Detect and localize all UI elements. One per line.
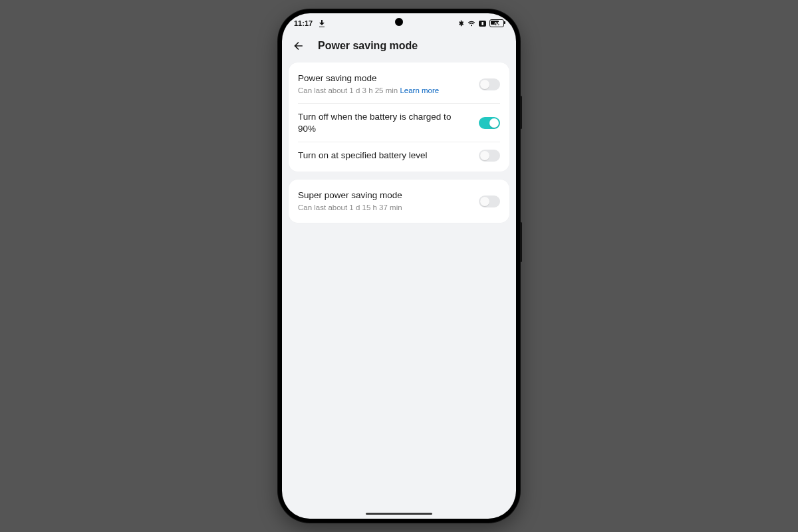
row-label: Super power saving mode bbox=[298, 190, 469, 201]
row-subtext: Can last about 1 d 3 h 25 min Learn more bbox=[298, 86, 469, 96]
battery-percent: 64 bbox=[490, 21, 503, 26]
toggle-turn-on-at-level[interactable] bbox=[479, 150, 500, 162]
row-power-saving-mode[interactable]: Power saving mode Can last about 1 d 3 h… bbox=[298, 65, 500, 103]
toggle-power-saving-mode[interactable] bbox=[479, 78, 500, 90]
cellular-icon: ▮ bbox=[479, 21, 486, 27]
page-title: Power saving mode bbox=[318, 40, 418, 52]
arrow-left-icon bbox=[292, 39, 305, 53]
card-super-power-saving: Super power saving mode Can last about 1… bbox=[289, 180, 509, 223]
row-label: Power saving mode bbox=[298, 72, 469, 84]
row-subtext: Can last about 1 d 15 h 37 min bbox=[298, 203, 469, 213]
card-power-saving: Power saving mode Can last about 1 d 3 h… bbox=[289, 63, 509, 172]
row-turn-off-at-90[interactable]: Turn off when the battery is charged to … bbox=[298, 103, 500, 142]
status-time: 11:17 bbox=[294, 19, 313, 27]
home-indicator[interactable] bbox=[366, 513, 432, 515]
content-scroll[interactable]: Power saving mode Can last about 1 d 3 h… bbox=[282, 63, 516, 519]
row-turn-on-at-level[interactable]: Turn on at specified battery level bbox=[298, 142, 500, 169]
row-label: Turn off when the battery is charged to … bbox=[298, 111, 469, 134]
screen: 11:17 ✱ ▮ 64 Power sa bbox=[282, 13, 516, 519]
battery-icon: 64 bbox=[489, 19, 504, 27]
phone-frame: 11:17 ✱ ▮ 64 Power sa bbox=[278, 9, 520, 523]
toggle-turn-off-at-90[interactable] bbox=[479, 117, 500, 129]
bluetooth-icon: ✱ bbox=[459, 19, 464, 28]
download-icon bbox=[319, 20, 325, 27]
row-label: Turn on at specified battery level bbox=[298, 150, 469, 162]
row-super-power-saving[interactable]: Super power saving mode Can last about 1… bbox=[298, 182, 500, 220]
back-button[interactable] bbox=[291, 39, 306, 53]
front-camera-cutout bbox=[395, 18, 403, 26]
wifi-icon bbox=[467, 20, 475, 27]
page-header: Power saving mode bbox=[282, 32, 516, 63]
toggle-super-power-saving[interactable] bbox=[479, 196, 500, 207]
learn-more-link[interactable]: Learn more bbox=[400, 86, 439, 94]
